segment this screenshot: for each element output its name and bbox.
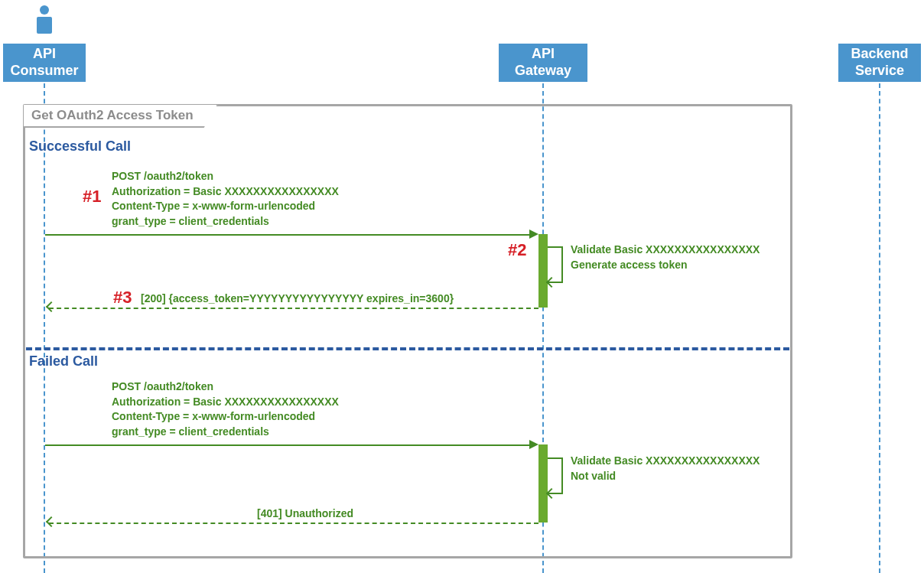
frame-title: Get OAuth2 Access Token bbox=[24, 105, 218, 128]
req-line: POST /oauth2/token bbox=[112, 169, 339, 184]
participant-gateway: API Gateway bbox=[499, 44, 587, 82]
arrowhead-right-icon bbox=[529, 230, 538, 239]
lifeline-backend bbox=[879, 83, 880, 573]
section-failed-label: Failed Call bbox=[29, 353, 98, 370]
proc-line: Not valid bbox=[571, 469, 760, 484]
arrow-success-response bbox=[49, 308, 538, 309]
proc-line: Validate Basic XXXXXXXXXXXXXXXX bbox=[571, 243, 760, 258]
failed-request-text: POST /oauth2/token Authorization = Basic… bbox=[112, 379, 339, 439]
req-line: grant_type = client_credentials bbox=[112, 425, 339, 440]
success-request-text: POST /oauth2/token Authorization = Basic… bbox=[112, 169, 339, 229]
arrow-failed-request bbox=[45, 444, 535, 446]
section-success-label: Successful Call bbox=[29, 138, 131, 155]
section-divider bbox=[26, 347, 789, 350]
req-line: Content-Type = x-www-form-urlencoded bbox=[112, 409, 339, 425]
req-line: POST /oauth2/token bbox=[112, 379, 339, 395]
proc-line: Validate Basic XXXXXXXXXXXXXXXX bbox=[571, 454, 760, 469]
req-line: Content-Type = x-www-form-urlencoded bbox=[112, 199, 339, 214]
arrow-success-request bbox=[45, 234, 535, 236]
svg-rect-1 bbox=[37, 17, 52, 34]
success-response-text: [200] {access_token=YYYYYYYYYYYYYYYY exp… bbox=[141, 291, 454, 307]
success-process-text: Validate Basic XXXXXXXXXXXXXXXX Generate… bbox=[571, 243, 760, 272]
participant-consumer: API Consumer bbox=[3, 44, 86, 82]
failed-process-text: Validate Basic XXXXXXXXXXXXXXXX Not vali… bbox=[571, 454, 760, 483]
marker-1: #1 bbox=[83, 187, 101, 207]
activation-gateway-failed bbox=[538, 444, 548, 523]
participant-backend: Backend Service bbox=[838, 44, 921, 82]
req-line: grant_type = client_credentials bbox=[112, 214, 339, 230]
svg-point-0 bbox=[40, 5, 49, 15]
arrow-failed-response bbox=[49, 523, 538, 524]
arrowhead-right-icon bbox=[529, 440, 538, 449]
marker-3: #3 bbox=[113, 288, 132, 308]
failed-response-text: [401] Unauthorized bbox=[257, 506, 353, 522]
proc-line: Generate access token bbox=[571, 258, 760, 273]
marker-2: #2 bbox=[508, 240, 526, 260]
req-line: Authorization = Basic XXXXXXXXXXXXXXXX bbox=[112, 184, 339, 200]
req-line: Authorization = Basic XXXXXXXXXXXXXXXX bbox=[112, 395, 339, 410]
person-icon bbox=[35, 5, 54, 35]
activation-gateway-success bbox=[538, 234, 548, 308]
